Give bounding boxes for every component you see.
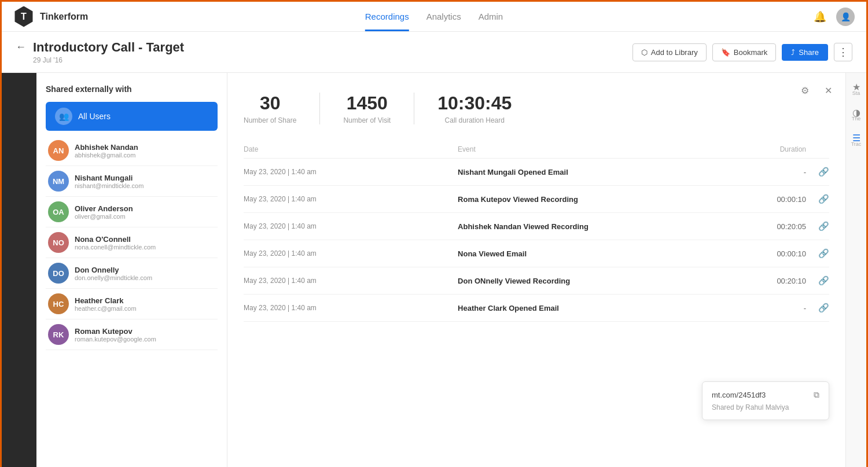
back-title: ← Introductory Call - Target 29 Jul '16 xyxy=(16,40,184,64)
video-thumbnail xyxy=(2,73,36,467)
bookmark-icon: 🔖 xyxy=(721,48,730,57)
app-name: Tinkerform xyxy=(40,12,88,22)
right-sidebar: ★ Sta ◑ The ☰ Trac xyxy=(845,73,866,467)
nav-recordings[interactable]: Recordings xyxy=(365,2,409,31)
user-list-item[interactable]: AN Abhishek Nandan abhishek@gmail.com xyxy=(46,135,218,166)
share-icon: ⤴ xyxy=(791,48,795,57)
all-users-label: All Users xyxy=(78,112,111,121)
copy-icon[interactable]: ⧉ xyxy=(814,390,819,400)
nav-analytics[interactable]: Analytics xyxy=(426,2,461,31)
row-link-icon[interactable]: 🔗 xyxy=(818,194,829,204)
table-row: May 23, 2020 | 1:40 am Abhishek Nandan V… xyxy=(244,213,829,240)
table-row: May 23, 2020 | 1:40 am Heather Clark Ope… xyxy=(244,295,829,322)
analytics-panel: ⚙ ✕ 30 Number of Share 1450 Number of Vi… xyxy=(227,73,845,467)
nav-right: 🔔 👤 xyxy=(812,8,855,26)
user-list-item[interactable]: RK Roman Kutepov roman.kutepov@google.co… xyxy=(46,319,218,350)
link-popup: mt.com/2451df3 ⧉ Shared by Rahul Malviya xyxy=(702,381,829,420)
user-avatar-u3: OA xyxy=(48,201,69,222)
row-link-icon[interactable]: 🔗 xyxy=(818,221,829,231)
all-users-button[interactable]: 👥 All Users xyxy=(46,102,218,131)
events-table: Date Event Duration May 23, 2020 | 1:40 … xyxy=(244,141,829,322)
shared-panel-title: Shared externally with xyxy=(46,84,218,94)
sidebar-group-star: ★ Sta xyxy=(848,79,865,96)
user-list-item[interactable]: DO Don Onnelly don.onelly@mindtickle.com xyxy=(46,258,218,289)
shared-panel: Shared externally with 👥 All Users AN Ab… xyxy=(36,73,227,467)
logo-area: T Tinkerform xyxy=(13,6,117,27)
action-buttons: ⬡ Add to Library 🔖 Bookmark ⤴ Share ⋮ xyxy=(632,43,852,61)
sidebar-group-track: ☰ Trac xyxy=(848,130,865,147)
popup-shared-by: Shared by Rahul Malviya xyxy=(712,403,819,411)
page-title: Introductory Call - Target xyxy=(33,40,184,55)
user-list-item[interactable]: HC Heather Clark heather.c@gmail.com xyxy=(46,289,218,319)
panel-top-icons: ⚙ ✕ xyxy=(797,82,836,98)
nav-admin[interactable]: Admin xyxy=(479,2,503,31)
user-list: AN Abhishek Nandan abhishek@gmail.com NM… xyxy=(46,135,218,350)
table-row: May 23, 2020 | 1:40 am Nishant Mungali O… xyxy=(244,159,829,186)
user-list-item[interactable]: OA Oliver Anderson oliver@gmail.com xyxy=(46,197,218,227)
more-options-button[interactable]: ⋮ xyxy=(834,43,852,61)
user-avatar-u7: RK xyxy=(48,324,69,345)
main-content: Shared externally with 👥 All Users AN Ab… xyxy=(2,73,866,467)
row-link-icon[interactable]: 🔗 xyxy=(818,303,829,312)
user-list-item[interactable]: NO Nona O'Connell nona.conell@mindtickle… xyxy=(46,227,218,258)
row-link-icon[interactable]: 🔗 xyxy=(818,275,829,285)
title-group: Introductory Call - Target 29 Jul '16 xyxy=(33,40,184,64)
sidebar-group-theme: ◑ The xyxy=(848,104,865,122)
logo-icon: T xyxy=(13,6,34,27)
add-to-library-button[interactable]: ⬡ Add to Library xyxy=(632,43,707,61)
col-duration: Duration xyxy=(742,141,806,159)
stat-duration: 10:30:45 Call duration Heard xyxy=(437,93,535,124)
user-avatar-u5: DO xyxy=(48,263,69,284)
user-avatar-u1: AN xyxy=(48,140,69,161)
user-avatar-u6: HC xyxy=(48,293,69,314)
row-link-icon[interactable]: 🔗 xyxy=(818,248,829,258)
close-icon[interactable]: ✕ xyxy=(820,82,836,98)
popup-url: mt.com/2451df3 ⧉ xyxy=(712,390,819,400)
add-library-icon: ⬡ xyxy=(641,48,648,57)
user-avatar-u4: NO xyxy=(48,232,69,253)
notifications-icon[interactable]: 🔔 xyxy=(812,9,828,25)
user-avatar[interactable]: 👤 xyxy=(836,8,855,26)
stat-visits: 1450 Number of Visit xyxy=(343,93,414,124)
all-users-icon: 👥 xyxy=(55,108,72,125)
col-date: Date xyxy=(244,141,458,159)
settings-icon[interactable]: ⚙ xyxy=(797,82,813,98)
user-avatar-u2: NM xyxy=(48,171,69,192)
events-tbody: May 23, 2020 | 1:40 am Nishant Mungali O… xyxy=(244,159,829,322)
page-subtitle: 29 Jul '16 xyxy=(33,56,184,64)
col-event: Event xyxy=(458,141,742,159)
stats-row: 30 Number of Share 1450 Number of Visit … xyxy=(244,93,829,124)
share-button[interactable]: ⤴ Share xyxy=(782,44,828,61)
bookmark-button[interactable]: 🔖 Bookmark xyxy=(712,43,777,61)
table-row: May 23, 2020 | 1:40 am Nona Viewed Email… xyxy=(244,240,829,267)
top-nav: T Tinkerform Recordings Analytics Admin … xyxy=(2,2,866,32)
table-row: May 23, 2020 | 1:40 am Don ONnelly Viewe… xyxy=(244,267,829,295)
user-list-item[interactable]: NM Nishant Mungali nishant@mindtickle.co… xyxy=(46,166,218,197)
sub-header: ← Introductory Call - Target 29 Jul '16 … xyxy=(2,32,866,73)
stat-shares: 30 Number of Share xyxy=(244,93,320,124)
table-row: May 23, 2020 | 1:40 am Roma Kutepov View… xyxy=(244,186,829,213)
nav-center: Recordings Analytics Admin xyxy=(365,2,503,31)
row-link-icon[interactable]: 🔗 xyxy=(818,167,829,176)
back-button[interactable]: ← xyxy=(16,41,26,53)
